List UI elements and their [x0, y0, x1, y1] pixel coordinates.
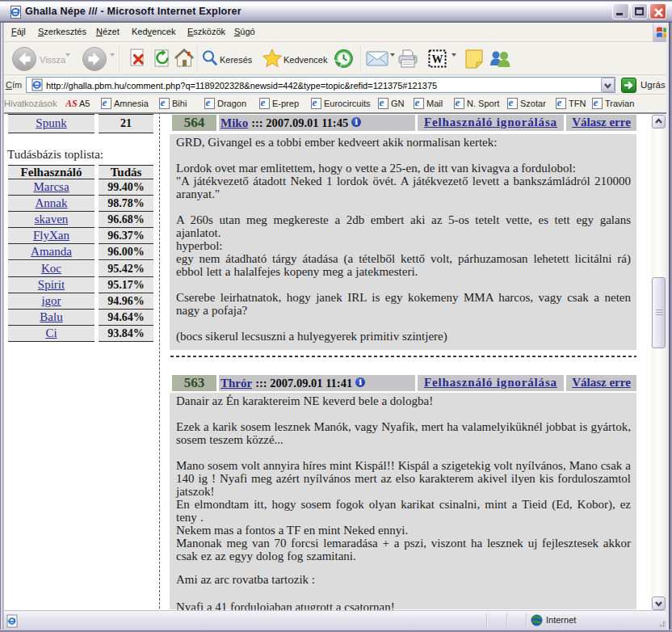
svg-text:W: W [432, 53, 443, 65]
svg-text:AS: AS [65, 98, 78, 108]
